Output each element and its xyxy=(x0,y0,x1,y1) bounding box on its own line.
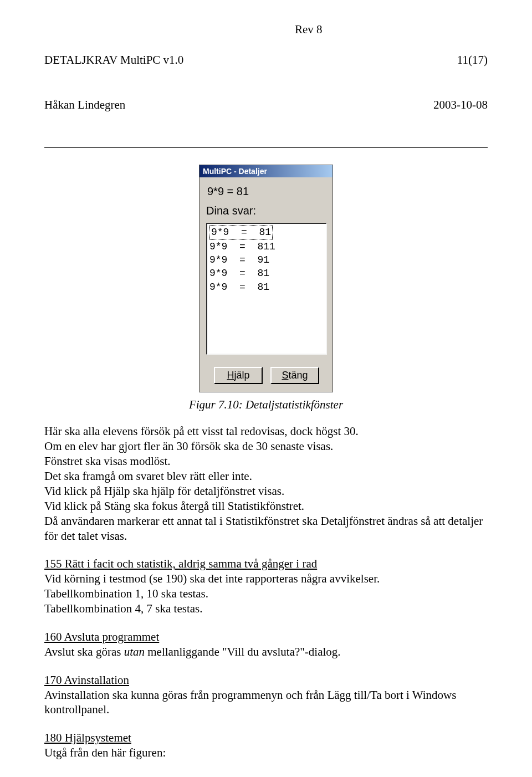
doc-date: 2003-10-08 xyxy=(433,98,488,113)
paragraph-intro: Här ska alla elevens försök på ett visst… xyxy=(44,424,488,543)
figure-caption: Figur 7.10: Detaljstatistikfönster xyxy=(44,398,488,412)
section-title: 155 Rätt i facit och statistik, aldrig s… xyxy=(44,557,317,570)
list-item[interactable]: 9*9 = 81 xyxy=(209,267,324,280)
page-number: 11(17) xyxy=(433,53,488,68)
list-item[interactable]: 9*9 = 91 xyxy=(209,253,324,267)
answers-label: Dina svar: xyxy=(206,205,327,217)
revision: Rev 8 xyxy=(295,22,323,143)
list-item[interactable]: 9*9 = 81 xyxy=(209,280,324,294)
section-160: 160 Avsluta programmet Avslut ska göras … xyxy=(44,630,488,660)
current-equation: 9*9 = 81 xyxy=(207,185,327,198)
list-item[interactable]: 9*9 = 811 xyxy=(209,240,324,253)
section-180: 180 Hjälpsystemet Utgå från den här figu… xyxy=(44,730,488,760)
section-155: 155 Rätt i facit och statistik, aldrig s… xyxy=(44,556,488,616)
help-button[interactable]: Hjälp xyxy=(214,367,263,384)
section-170: 170 Avinstallation Avinstallation ska ku… xyxy=(44,673,488,718)
answers-listbox[interactable]: 9*9 = 81 9*9 = 811 9*9 = 91 9*9 = 81 9*9… xyxy=(206,223,327,355)
doc-title: DETALJKRAV MultiPC v1.0 xyxy=(44,53,183,68)
list-item[interactable]: 9*9 = 81 xyxy=(209,225,273,239)
header-rule xyxy=(44,147,488,148)
close-button[interactable]: Stäng xyxy=(270,367,319,384)
dialog-title: MultiPC - Detaljer xyxy=(203,167,267,176)
section-title: 170 Avinstallation xyxy=(44,673,129,687)
page-header: DETALJKRAV MultiPC v1.0 Håkan Lindegren … xyxy=(44,22,488,143)
section-title: 160 Avsluta programmet xyxy=(44,630,159,643)
section-title: 180 Hjälpsystemet xyxy=(44,731,131,744)
dialog-titlebar[interactable]: MultiPC - Detaljer xyxy=(200,165,332,177)
detail-dialog: MultiPC - Detaljer 9*9 = 81 Dina svar: 9… xyxy=(199,165,333,392)
author: Håkan Lindegren xyxy=(44,98,183,113)
